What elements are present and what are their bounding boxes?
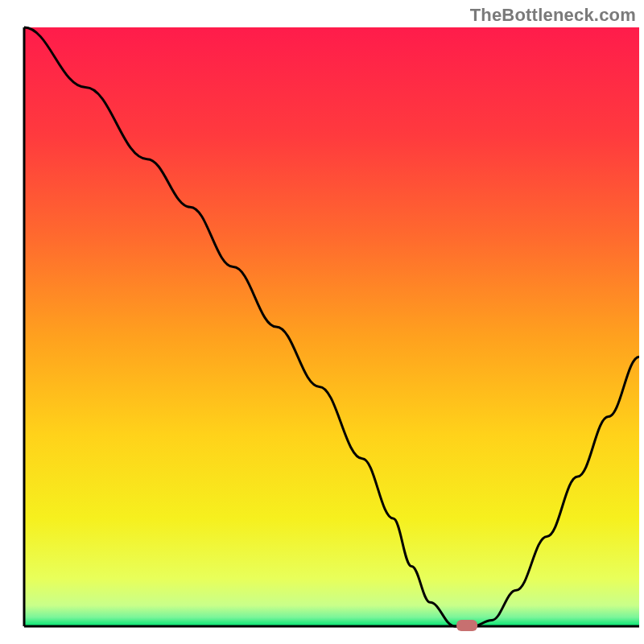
bottleneck-chart: TheBottleneck.com (0, 0, 644, 644)
chart-svg (0, 0, 644, 644)
optimal-point-marker (456, 620, 477, 631)
